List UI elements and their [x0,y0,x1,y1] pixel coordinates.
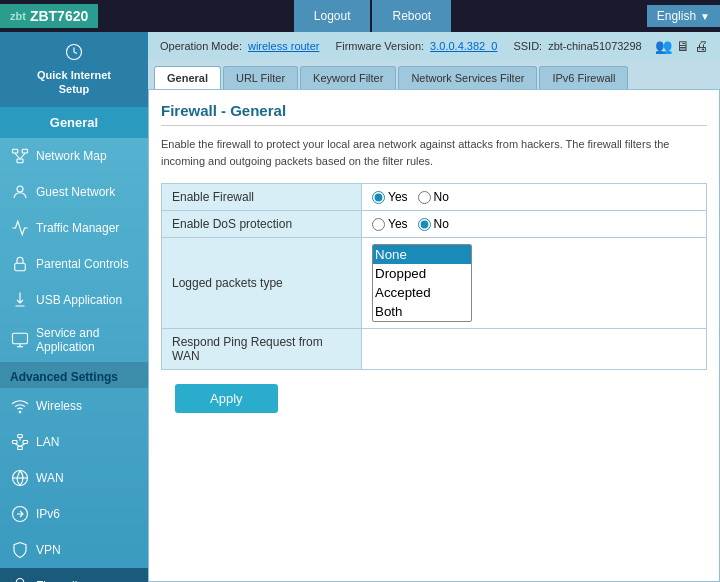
service-application-icon [10,330,30,350]
sidebar-item-label: WAN [36,471,64,485]
svg-rect-1 [13,149,18,153]
content-description: Enable the firewall to protect your loca… [161,136,707,169]
logo-zbt-text: zbt [10,10,26,22]
svg-rect-13 [13,440,18,443]
language-selector[interactable]: English ▼ [647,5,720,27]
page-title: Firewall - General [161,102,707,126]
sidebar-item-label: Network Map [36,149,107,163]
sidebar: Quick InternetSetup General Network Map … [0,32,148,582]
svg-rect-12 [18,434,23,437]
guest-network-icon [10,182,30,202]
svg-rect-3 [17,159,23,163]
sidebar-item-parental-controls[interactable]: Parental Controls [0,246,148,282]
sidebar-item-label: Service andApplication [36,326,99,354]
svg-line-17 [15,443,20,446]
enable-dos-value: Yes No [362,211,707,238]
sidebar-item-label: General [50,115,98,130]
option-both[interactable]: Both [373,302,471,321]
svg-line-5 [20,153,25,159]
svg-rect-2 [22,149,27,153]
computer-icon: 🖥 [676,38,690,54]
sidebar-item-usb-application[interactable]: USB Application [0,282,148,318]
header: zbt ZBT7620 Logout Reboot English ▼ [0,0,720,32]
svg-line-18 [20,443,25,446]
logo: zbt ZBT7620 [0,4,98,28]
sidebar-item-firewall[interactable]: Firewall [0,568,148,582]
tab-general[interactable]: General [154,66,221,89]
enable-firewall-no-option[interactable]: No [418,190,449,204]
svg-rect-8 [13,333,28,344]
operation-bar: Operation Mode: wireless router Firmware… [148,32,720,60]
sidebar-item-label: Traffic Manager [36,221,119,235]
table-row: Enable Firewall Yes No [162,184,707,211]
enable-dos-label: Enable DoS protection [162,211,362,238]
chevron-down-icon: ▼ [700,11,710,22]
sidebar-item-label: USB Application [36,293,122,307]
enable-dos-radio-group: Yes No [372,217,696,231]
sidebar-item-label: Parental Controls [36,257,129,271]
logged-packets-select[interactable]: None Dropped Accepted Both [372,244,472,322]
header-nav: Logout Reboot [98,0,646,32]
main-layout: Quick InternetSetup General Network Map … [0,32,720,582]
enable-dos-no-option[interactable]: No [418,217,449,231]
enable-firewall-yes-radio[interactable] [372,191,385,204]
ssid-value: zbt-china51073298 [548,40,642,52]
tab-ipv6-firewall[interactable]: IPv6 Firewall [539,66,628,89]
firewall-icon [10,576,30,582]
sidebar-item-wan[interactable]: WAN [0,460,148,496]
sidebar-item-network-map[interactable]: Network Map [0,138,148,174]
apply-button[interactable]: Apply [175,384,278,413]
enable-dos-yes-option[interactable]: Yes [372,217,408,231]
logo-model-text: ZBT7620 [30,8,88,24]
sidebar-item-vpn[interactable]: VPN [0,532,148,568]
svg-line-4 [15,153,20,159]
respond-ping-label: Respond Ping Request from WAN [162,329,362,370]
respond-ping-value [362,329,707,370]
firmware-value[interactable]: 3.0.0.4.382_0 [430,40,497,52]
vpn-icon [10,540,30,560]
sidebar-item-general[interactable]: General [0,107,148,138]
reboot-button[interactable]: Reboot [372,0,451,32]
svg-rect-15 [18,446,23,449]
enable-firewall-no-radio[interactable] [418,191,431,204]
sidebar-item-label: Wireless [36,399,82,413]
sidebar-item-label: Firewall [36,579,77,582]
sidebar-item-traffic-manager[interactable]: Traffic Manager [0,210,148,246]
tab-url-filter[interactable]: URL Filter [223,66,298,89]
option-accepted[interactable]: Accepted [373,283,471,302]
users-icon: 👥 [655,38,672,54]
ipv6-icon [10,504,30,524]
printer-icon: 🖨 [694,38,708,54]
enable-dos-no-radio[interactable] [418,218,431,231]
sidebar-item-guest-network[interactable]: Guest Network [0,174,148,210]
enable-firewall-radio-group: Yes No [372,190,696,204]
tab-network-services-filter[interactable]: Network Services Filter [398,66,537,89]
firmware-label: Firmware Version: [335,40,424,52]
sidebar-item-label: IPv6 [36,507,60,521]
sidebar-item-lan[interactable]: LAN [0,424,148,460]
logout-button[interactable]: Logout [294,0,371,32]
enable-firewall-value: Yes No [362,184,707,211]
main-content: Operation Mode: wireless router Firmware… [148,32,720,582]
option-none[interactable]: None [373,245,471,264]
parental-controls-icon [10,254,30,274]
usb-application-icon [10,290,30,310]
enable-dos-yes-radio[interactable] [372,218,385,231]
operation-mode-value[interactable]: wireless router [248,40,320,52]
sidebar-item-service-application[interactable]: Service andApplication [0,318,148,362]
svg-point-11 [19,411,21,413]
enable-firewall-yes-option[interactable]: Yes [372,190,408,204]
sidebar-item-ipv6[interactable]: IPv6 [0,496,148,532]
sidebar-item-wireless[interactable]: Wireless [0,388,148,424]
lan-icon [10,432,30,452]
language-text: English [657,9,696,23]
wireless-icon [10,396,30,416]
tab-keyword-filter[interactable]: Keyword Filter [300,66,396,89]
network-map-icon [10,146,30,166]
table-row: Respond Ping Request from WAN [162,329,707,370]
option-dropped[interactable]: Dropped [373,264,471,283]
sidebar-item-quick-internet-setup[interactable]: Quick InternetSetup [0,32,148,107]
sidebar-item-label: Guest Network [36,185,115,199]
traffic-manager-icon [10,218,30,238]
operation-mode-label: Operation Mode: [160,40,242,52]
